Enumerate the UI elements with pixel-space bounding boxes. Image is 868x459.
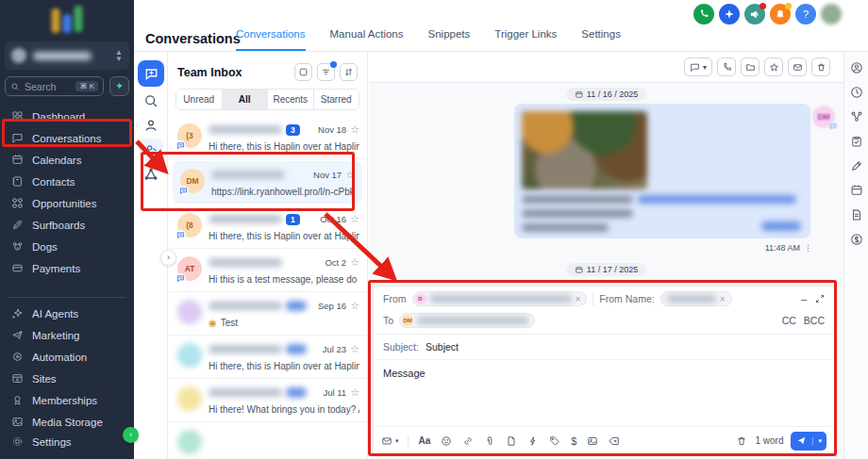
call-button[interactable]: [717, 57, 736, 76]
rail-search-button[interactable]: [143, 93, 159, 112]
star-icon[interactable]: ☆: [350, 256, 359, 269]
history-button[interactable]: [850, 86, 863, 103]
link-button[interactable]: [462, 435, 474, 447]
account-switcher[interactable]: ▲▼: [5, 41, 129, 70]
send-button[interactable]: ▾: [791, 432, 826, 451]
filter-recents[interactable]: Recents: [268, 90, 314, 109]
message-photo-attachment[interactable]: [522, 111, 647, 189]
trigger-link-button[interactable]: [549, 435, 560, 447]
payments-button[interactable]: [850, 233, 863, 250]
tab-settings[interactable]: Settings: [581, 28, 621, 51]
snippet-button[interactable]: [527, 435, 539, 447]
sidebar-item-marketing[interactable]: Marketing: [0, 324, 134, 346]
star-icon[interactable]: ☆: [350, 123, 359, 136]
from-name-pill[interactable]: ×: [660, 291, 732, 306]
sidebar-item-payments[interactable]: Payments: [0, 257, 134, 279]
appointments-button[interactable]: [850, 184, 863, 201]
select-all-checkbox[interactable]: [294, 63, 312, 81]
sidebar-item-ai-agents[interactable]: AI Agents: [0, 303, 134, 324]
documents-button[interactable]: [850, 208, 863, 225]
template-button[interactable]: [506, 435, 517, 447]
filter-button[interactable]: [317, 63, 335, 81]
delete-button[interactable]: [811, 57, 830, 76]
bcc-button[interactable]: BCC: [804, 315, 825, 326]
associations-button[interactable]: [850, 110, 863, 127]
rail-assigned-button[interactable]: [139, 139, 163, 161]
notifications-button[interactable]: [770, 4, 791, 25]
star-icon[interactable]: ☆: [350, 213, 359, 225]
message-body-input[interactable]: Message: [374, 360, 834, 418]
tasks-button[interactable]: [850, 135, 863, 152]
send-options-chevron[interactable]: ▾: [812, 437, 826, 445]
phone-button[interactable]: [693, 4, 714, 25]
remove-icon[interactable]: ×: [576, 294, 581, 304]
conversation-item[interactable]: (8 1 Oct 16 ☆ Hi there, this is Haplin o…: [168, 205, 367, 249]
sidebar-item-media-storage[interactable]: Media Storage: [0, 411, 134, 431]
sidebar-item-calendars[interactable]: Calendars: [0, 149, 134, 171]
panel-expand-button[interactable]: ›: [160, 250, 176, 266]
search-input[interactable]: Search ⌘ K: [5, 76, 104, 96]
contact-info-button[interactable]: [850, 61, 863, 78]
sidebar-item-memberships[interactable]: Memberships: [0, 389, 134, 411]
star-icon[interactable]: ☆: [350, 300, 359, 312]
rail-contacts-button[interactable]: [143, 118, 159, 137]
to-address-pill[interactable]: DM: [399, 313, 535, 328]
reply-link-redacted[interactable]: [761, 221, 801, 231]
tab-conversations[interactable]: Conversations: [236, 28, 306, 51]
tab-trigger-links[interactable]: Trigger Links: [494, 28, 557, 51]
star-button[interactable]: [764, 57, 783, 76]
help-button[interactable]: ?: [795, 4, 816, 25]
sidebar-item-sites[interactable]: Sites: [0, 368, 134, 389]
notes-button[interactable]: [850, 159, 863, 176]
remove-icon[interactable]: ×: [720, 294, 726, 304]
star-icon[interactable]: ☆: [345, 169, 355, 181]
message-menu-button[interactable]: ⋮: [804, 243, 812, 253]
from-address-pill[interactable]: D ×: [412, 291, 588, 306]
sidebar-item-dogs[interactable]: Dogs: [0, 236, 134, 257]
sidebar-item-dashboard[interactable]: Dashboard: [0, 106, 134, 127]
minimize-button[interactable]: –: [801, 293, 807, 304]
filter-starred[interactable]: Starred: [314, 90, 359, 109]
academy-button[interactable]: [719, 4, 740, 25]
tab-manual-actions[interactable]: Manual Actions: [330, 28, 404, 51]
attachment-button[interactable]: [484, 435, 495, 447]
sidebar-item-automation[interactable]: Automation: [0, 346, 134, 368]
conversation-item-partial[interactable]: [168, 422, 367, 459]
conversation-item[interactable]: Sep 16 ☆ ◉Test: [168, 292, 367, 336]
sidebar-item-conversations[interactable]: Conversations: [0, 127, 134, 149]
sidebar-collapse-button[interactable]: ‹: [123, 427, 139, 443]
expand-icon[interactable]: [815, 294, 825, 303]
sort-button[interactable]: [340, 63, 358, 81]
emoji-button[interactable]: [441, 435, 452, 447]
star-icon[interactable]: ☆: [350, 386, 359, 399]
rail-conversations-button[interactable]: [138, 60, 164, 87]
cc-button[interactable]: CC: [782, 315, 796, 326]
sidebar-item-surfboards[interactable]: Surfboards: [0, 214, 134, 236]
subject-input[interactable]: Subject: [426, 341, 459, 352]
archive-button[interactable]: [741, 57, 760, 76]
sidebar-item-opportunities[interactable]: Opportunities: [0, 192, 134, 214]
channel-selector[interactable]: ▾: [684, 57, 712, 76]
discard-button[interactable]: [736, 435, 747, 447]
star-icon[interactable]: ☆: [350, 343, 359, 355]
rail-ai-bot-button[interactable]: [143, 167, 159, 186]
sidebar-item-contacts[interactable]: Contacts: [0, 171, 134, 192]
image-button[interactable]: [587, 435, 598, 447]
ai-sparkle-button[interactable]: ✦: [109, 76, 129, 96]
conversation-item[interactable]: Jul 11 ☆ Hi there! What brings you in to…: [168, 379, 367, 422]
payment-request-button[interactable]: $: [571, 435, 576, 447]
conversation-item[interactable]: Jul 23 ☆ Hi there, this is Haplin over a…: [168, 336, 367, 379]
text-format-button[interactable]: Aa: [419, 435, 431, 446]
clear-button[interactable]: [609, 435, 620, 447]
filter-all[interactable]: All: [223, 90, 269, 109]
channel-email-selector[interactable]: ▾: [381, 435, 409, 447]
user-avatar[interactable]: [821, 4, 842, 25]
filter-unread[interactable]: Unread: [176, 90, 223, 109]
conversation-item-selected[interactable]: DM Nov 17 ☆ https://link.ryanhowell.pro/…: [173, 161, 362, 204]
announcements-button[interactable]: [744, 4, 765, 25]
tab-snippets[interactable]: Snippets: [428, 28, 471, 51]
sidebar-item-settings[interactable]: Settings: [0, 431, 134, 452]
conversation-item[interactable]: (3 3 Nov 18 ☆ Hi there, this is Haplin o…: [168, 116, 367, 159]
mark-unread-button[interactable]: [788, 57, 807, 76]
conversation-item[interactable]: AT Oct 2 ☆ Hi this is a test message, pl…: [168, 249, 367, 292]
